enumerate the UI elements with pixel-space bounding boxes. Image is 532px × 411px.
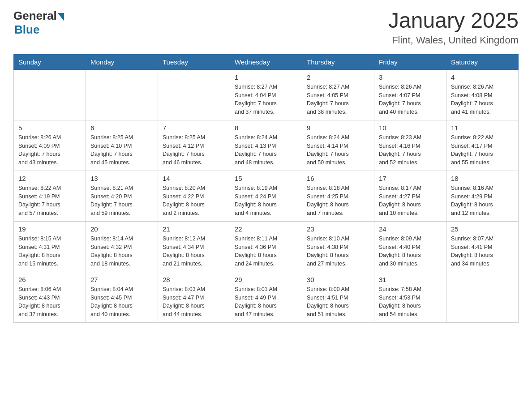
- day-number: 18: [451, 175, 514, 182]
- day-info: Sunrise: 8:07 AM Sunset: 4:41 PM Dayligh…: [451, 235, 514, 268]
- calendar-day-cell: 8Sunrise: 8:24 AM Sunset: 4:13 PM Daylig…: [230, 120, 302, 171]
- day-info: Sunrise: 8:22 AM Sunset: 4:19 PM Dayligh…: [18, 184, 81, 218]
- calendar-day-cell: 30Sunrise: 8:00 AM Sunset: 4:51 PM Dayli…: [302, 272, 374, 322]
- calendar-day-cell: 22Sunrise: 8:11 AM Sunset: 4:36 PM Dayli…: [230, 221, 302, 272]
- calendar-table: SundayMondayTuesdayWednesdayThursdayFrid…: [13, 54, 519, 323]
- calendar-day-cell: 26Sunrise: 8:06 AM Sunset: 4:43 PM Dayli…: [14, 272, 86, 322]
- calendar-day-cell: 18Sunrise: 8:16 AM Sunset: 4:29 PM Dayli…: [446, 171, 519, 221]
- day-info: Sunrise: 8:26 AM Sunset: 4:07 PM Dayligh…: [379, 83, 442, 116]
- day-number: 12: [18, 175, 81, 182]
- calendar-day-cell: 20Sunrise: 8:14 AM Sunset: 4:32 PM Dayli…: [86, 221, 158, 272]
- day-number: 19: [18, 225, 81, 233]
- calendar-day-cell: 2Sunrise: 8:27 AM Sunset: 4:05 PM Daylig…: [302, 69, 374, 120]
- calendar-day-cell: 31Sunrise: 7:58 AM Sunset: 4:53 PM Dayli…: [374, 272, 446, 322]
- day-info: Sunrise: 8:06 AM Sunset: 4:43 PM Dayligh…: [18, 285, 81, 319]
- day-info: Sunrise: 8:27 AM Sunset: 4:04 PM Dayligh…: [235, 83, 297, 116]
- day-info: Sunrise: 8:25 AM Sunset: 4:10 PM Dayligh…: [90, 133, 153, 167]
- calendar-empty-cell: [86, 69, 158, 120]
- day-info: Sunrise: 8:21 AM Sunset: 4:20 PM Dayligh…: [90, 184, 153, 218]
- calendar-empty-cell: [14, 69, 86, 120]
- day-number: 9: [307, 124, 369, 132]
- calendar-day-cell: 12Sunrise: 8:22 AM Sunset: 4:19 PM Dayli…: [14, 171, 86, 221]
- day-number: 21: [163, 225, 225, 233]
- calendar-day-cell: 1Sunrise: 8:27 AM Sunset: 4:04 PM Daylig…: [230, 69, 302, 120]
- day-number: 28: [163, 276, 225, 283]
- calendar-day-cell: 28Sunrise: 8:03 AM Sunset: 4:47 PM Dayli…: [158, 272, 230, 322]
- day-number: 3: [379, 73, 442, 81]
- day-number: 22: [235, 225, 297, 233]
- day-info: Sunrise: 8:00 AM Sunset: 4:51 PM Dayligh…: [307, 285, 369, 319]
- calendar-subtitle: Flint, Wales, United Kingdom: [388, 34, 519, 46]
- day-info: Sunrise: 8:01 AM Sunset: 4:49 PM Dayligh…: [235, 285, 297, 319]
- day-info: Sunrise: 8:11 AM Sunset: 4:36 PM Dayligh…: [235, 235, 297, 268]
- day-number: 7: [163, 124, 225, 132]
- logo: General Blue: [13, 9, 64, 37]
- calendar-week-row: 19Sunrise: 8:15 AM Sunset: 4:31 PM Dayli…: [14, 221, 519, 272]
- day-number: 11: [451, 124, 514, 132]
- calendar-day-cell: 17Sunrise: 8:17 AM Sunset: 4:27 PM Dayli…: [374, 171, 446, 221]
- day-number: 23: [307, 225, 369, 233]
- day-number: 4: [451, 73, 514, 81]
- day-number: 14: [163, 175, 225, 182]
- day-number: 26: [18, 276, 81, 283]
- calendar-day-cell: 24Sunrise: 8:09 AM Sunset: 4:40 PM Dayli…: [374, 221, 446, 272]
- calendar-day-header: Thursday: [302, 54, 374, 69]
- day-info: Sunrise: 8:27 AM Sunset: 4:05 PM Dayligh…: [307, 83, 369, 116]
- day-info: Sunrise: 8:23 AM Sunset: 4:16 PM Dayligh…: [379, 133, 442, 167]
- calendar-day-cell: 14Sunrise: 8:20 AM Sunset: 4:22 PM Dayli…: [158, 171, 230, 221]
- calendar-day-cell: 27Sunrise: 8:04 AM Sunset: 4:45 PM Dayli…: [86, 272, 158, 322]
- calendar-day-header: Friday: [374, 54, 446, 69]
- day-info: Sunrise: 8:04 AM Sunset: 4:45 PM Dayligh…: [90, 285, 153, 319]
- day-info: Sunrise: 8:26 AM Sunset: 4:08 PM Dayligh…: [451, 83, 514, 116]
- calendar-empty-cell: [158, 69, 230, 120]
- day-info: Sunrise: 8:20 AM Sunset: 4:22 PM Dayligh…: [163, 184, 225, 218]
- day-info: Sunrise: 8:24 AM Sunset: 4:14 PM Dayligh…: [307, 133, 369, 167]
- calendar-title: January 2025: [388, 9, 519, 33]
- day-info: Sunrise: 8:19 AM Sunset: 4:24 PM Dayligh…: [235, 184, 297, 218]
- day-number: 24: [379, 225, 442, 233]
- calendar-day-cell: 5Sunrise: 8:26 AM Sunset: 4:09 PM Daylig…: [14, 120, 86, 171]
- day-number: 15: [235, 175, 297, 182]
- day-info: Sunrise: 8:18 AM Sunset: 4:25 PM Dayligh…: [307, 184, 369, 218]
- day-info: Sunrise: 8:17 AM Sunset: 4:27 PM Dayligh…: [379, 184, 442, 218]
- calendar-day-cell: 6Sunrise: 8:25 AM Sunset: 4:10 PM Daylig…: [86, 120, 158, 171]
- calendar-day-cell: 9Sunrise: 8:24 AM Sunset: 4:14 PM Daylig…: [302, 120, 374, 171]
- calendar-day-cell: 29Sunrise: 8:01 AM Sunset: 4:49 PM Dayli…: [230, 272, 302, 322]
- calendar-day-cell: 21Sunrise: 8:12 AM Sunset: 4:34 PM Dayli…: [158, 221, 230, 272]
- day-info: Sunrise: 8:15 AM Sunset: 4:31 PM Dayligh…: [18, 235, 81, 268]
- calendar-day-cell: 13Sunrise: 8:21 AM Sunset: 4:20 PM Dayli…: [86, 171, 158, 221]
- day-info: Sunrise: 8:09 AM Sunset: 4:40 PM Dayligh…: [379, 235, 442, 268]
- day-info: Sunrise: 8:24 AM Sunset: 4:13 PM Dayligh…: [235, 133, 297, 167]
- day-number: 1: [235, 73, 297, 81]
- calendar-day-header: Wednesday: [230, 54, 302, 69]
- day-info: Sunrise: 8:26 AM Sunset: 4:09 PM Dayligh…: [18, 133, 81, 167]
- day-info: Sunrise: 8:14 AM Sunset: 4:32 PM Dayligh…: [90, 235, 153, 268]
- day-number: 25: [451, 225, 514, 233]
- calendar-day-header: Sunday: [14, 54, 86, 69]
- calendar-day-header: Tuesday: [158, 54, 230, 69]
- day-number: 20: [90, 225, 153, 233]
- calendar-day-header: Monday: [86, 54, 158, 69]
- calendar-week-row: 1Sunrise: 8:27 AM Sunset: 4:04 PM Daylig…: [14, 69, 519, 120]
- calendar-day-cell: 23Sunrise: 8:10 AM Sunset: 4:38 PM Dayli…: [302, 221, 374, 272]
- calendar-day-cell: 19Sunrise: 8:15 AM Sunset: 4:31 PM Dayli…: [14, 221, 86, 272]
- day-info: Sunrise: 8:12 AM Sunset: 4:34 PM Dayligh…: [163, 235, 225, 268]
- day-number: 2: [307, 73, 369, 81]
- day-number: 31: [379, 276, 442, 283]
- day-number: 27: [90, 276, 153, 283]
- day-number: 29: [235, 276, 297, 283]
- calendar-empty-cell: [446, 272, 519, 322]
- calendar-day-cell: 15Sunrise: 8:19 AM Sunset: 4:24 PM Dayli…: [230, 171, 302, 221]
- day-number: 16: [307, 175, 369, 182]
- day-info: Sunrise: 8:10 AM Sunset: 4:38 PM Dayligh…: [307, 235, 369, 268]
- day-number: 13: [90, 175, 153, 182]
- title-block: January 2025 Flint, Wales, United Kingdo…: [388, 9, 519, 46]
- logo-arrow-icon: [58, 13, 64, 21]
- calendar-day-cell: 4Sunrise: 8:26 AM Sunset: 4:08 PM Daylig…: [446, 69, 519, 120]
- page-header: General Blue January 2025 Flint, Wales, …: [13, 9, 519, 46]
- calendar-day-cell: 16Sunrise: 8:18 AM Sunset: 4:25 PM Dayli…: [302, 171, 374, 221]
- calendar-day-cell: 25Sunrise: 8:07 AM Sunset: 4:41 PM Dayli…: [446, 221, 519, 272]
- calendar-week-row: 5Sunrise: 8:26 AM Sunset: 4:09 PM Daylig…: [14, 120, 519, 171]
- day-number: 17: [379, 175, 442, 182]
- day-number: 10: [379, 124, 442, 132]
